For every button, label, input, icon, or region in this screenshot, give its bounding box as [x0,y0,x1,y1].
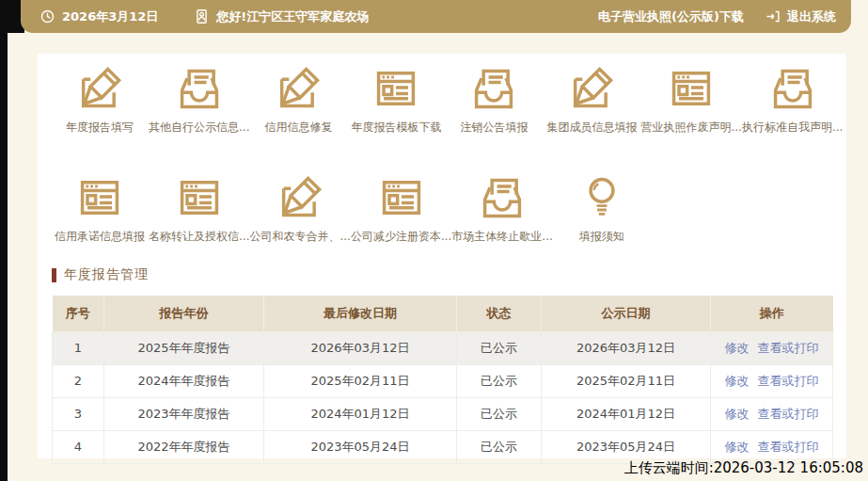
table-header-row: 序号 报告年份 最后修改日期 状态 公示日期 操作 [53,296,833,331]
icon-label: 年度报告模板下载 [351,120,441,136]
browser-icon [667,64,716,113]
view-print-link[interactable]: 查看或打印 [758,341,819,355]
menu-standard-self-declaration[interactable]: 执行标准自我声明... [742,64,843,136]
modify-link[interactable]: 修改 [725,341,750,355]
menu-credit-commitment-info[interactable]: 信用承诺信息填报 [51,173,149,245]
menu-license-void-statement[interactable]: 营业执照作废声明... [640,64,741,136]
cell-actions: 修改查看或打印 [711,430,833,463]
cell-actions: 修改查看或打印 [711,331,833,364]
icon-row-1: 年度报告填写 其他自行公示信息... 信用信息修复 年度报告模板下载 注销公告填… [51,64,835,136]
screen-left-edge [0,0,8,481]
license-download-link[interactable]: 电子营业执照(公示版)下载 [598,8,744,25]
icon-label: 名称转让及授权信... [149,229,249,245]
cell-status: 已公示 [457,331,542,364]
cell-year: 2024年年度报告 [104,364,264,397]
cell-year: 2023年年度报告 [104,397,264,430]
topbar-date: 2026年3月12日 [62,8,158,25]
menu-other-publicity-info[interactable]: 其他自行公示信息... [149,64,249,136]
cell-modified: 2024年01月12日 [264,397,457,430]
browser-icon [371,64,420,113]
icon-label: 公司减少注册资本... [351,229,451,245]
cell-no: 3 [53,397,104,430]
modify-link[interactable]: 修改 [725,440,750,454]
cell-actions: 修改查看或打印 [711,397,833,430]
browser-icon [377,173,426,222]
modify-link[interactable]: 修改 [725,407,750,421]
cell-published: 2026年03月12日 [542,331,711,364]
section-accent-bar [52,268,56,282]
cell-status: 已公示 [457,364,542,397]
section-title: 年度报告管理 [64,266,149,283]
topbar-greeting: 您好!江宁区王守军家庭农场 [216,8,369,25]
icon-label: 执行标准自我声明... [742,120,843,136]
menu-group-member-info[interactable]: 集团成员信息填报 [543,64,640,136]
col-header-status: 状态 [457,296,542,331]
edit-icon [75,64,124,113]
edit-icon [276,173,324,222]
menu-name-transfer-authorization[interactable]: 名称转让及授权信... [149,173,249,245]
cell-published: 2024年01月12日 [542,397,711,430]
inbox-icon [469,64,518,113]
col-header-modified: 最后修改日期 [264,296,457,331]
main-card: 年度报告填写 其他自行公示信息... 信用信息修复 年度报告模板下载 注销公告填… [38,54,846,458]
col-header-actions: 操作 [711,296,833,331]
inbox-icon [175,64,224,113]
user-badge-icon [194,8,210,24]
table-row: 4 2022年年度报告 2023年05月24日 已公示 2023年05月24日 … [53,430,833,463]
cell-published: 2025年02月11日 [542,364,711,397]
table-row: 3 2023年年度报告 2024年01月12日 已公示 2024年01月12日 … [53,397,833,430]
inbox-icon [478,173,527,222]
browser-icon [75,173,124,222]
col-header-published: 公示日期 [542,296,711,331]
cell-modified: 2026年03月12日 [264,331,457,364]
function-icon-grid: 年度报告填写 其他自行公示信息... 信用信息修复 年度报告模板下载 注销公告填… [38,54,846,245]
icon-row-2: 信用承诺信息填报 名称转让及授权信... 公司和农专合并、... 公司减少注册资… [51,173,835,245]
clock-icon [39,8,55,24]
section-header: 年度报告管理 [52,266,846,283]
cell-modified: 2023年05月24日 [264,430,457,463]
cell-status: 已公示 [457,397,542,430]
menu-filing-instructions[interactable]: 填报须知 [553,173,651,245]
cell-status: 已公示 [457,430,542,463]
col-header-year: 报告年份 [104,296,264,331]
cell-year: 2022年年度报告 [104,430,264,463]
view-print-link[interactable]: 查看或打印 [758,374,819,388]
icon-label: 注销公告填报 [460,120,528,136]
menu-credit-repair[interactable]: 信用信息修复 [249,64,347,136]
cell-year: 2025年年度报告 [104,331,264,364]
logout-button[interactable]: 退出系统 [765,8,836,25]
col-header-no: 序号 [53,296,104,331]
cell-no: 1 [53,331,104,364]
menu-report-template-download[interactable]: 年度报告模板下载 [347,64,445,136]
icon-label: 填报须知 [579,229,624,245]
edit-icon [567,64,616,113]
cell-actions: 修改查看或打印 [711,364,833,397]
modify-link[interactable]: 修改 [725,374,750,388]
menu-capital-reduction[interactable]: 公司减少注册资本... [351,173,451,245]
inbox-icon [768,64,817,113]
icon-label: 信用承诺信息填报 [55,229,145,245]
icon-label: 年度报告填写 [66,120,134,136]
icon-label: 公司和农专合并、... [249,229,350,245]
logout-label: 退出系统 [787,8,836,25]
view-print-link[interactable]: 查看或打印 [758,440,819,454]
menu-business-termination[interactable]: 市场主体终止歇业... [451,173,552,245]
menu-company-merger[interactable]: 公司和农专合并、... [249,173,350,245]
table-row: 2 2024年年度报告 2025年02月11日 已公示 2025年02月11日 … [53,364,833,397]
topbar: 2026年3月12日 您好!江宁区王守军家庭农场 电子营业执照(公示版)下载 退… [21,0,851,33]
bulb-icon [577,173,626,222]
exit-icon [765,8,781,24]
upload-timestamp: 上传云端时间:2026-03-12 16:05:08 [624,459,863,477]
icon-label: 信用信息修复 [264,120,332,136]
cell-modified: 2025年02月11日 [264,364,457,397]
menu-cancellation-notice[interactable]: 注销公告填报 [445,64,543,136]
icon-label: 其他自行公示信息... [149,120,249,136]
cell-no: 2 [53,364,104,397]
table-row: 1 2025年年度报告 2026年03月12日 已公示 2026年03月12日 … [53,331,833,364]
icon-label: 市场主体终止歇业... [451,229,552,245]
view-print-link[interactable]: 查看或打印 [758,407,819,421]
edit-icon [274,64,323,113]
menu-annual-report-fill[interactable]: 年度报告填写 [51,64,149,136]
cell-published: 2023年05月24日 [542,430,711,463]
cell-no: 4 [53,430,104,463]
